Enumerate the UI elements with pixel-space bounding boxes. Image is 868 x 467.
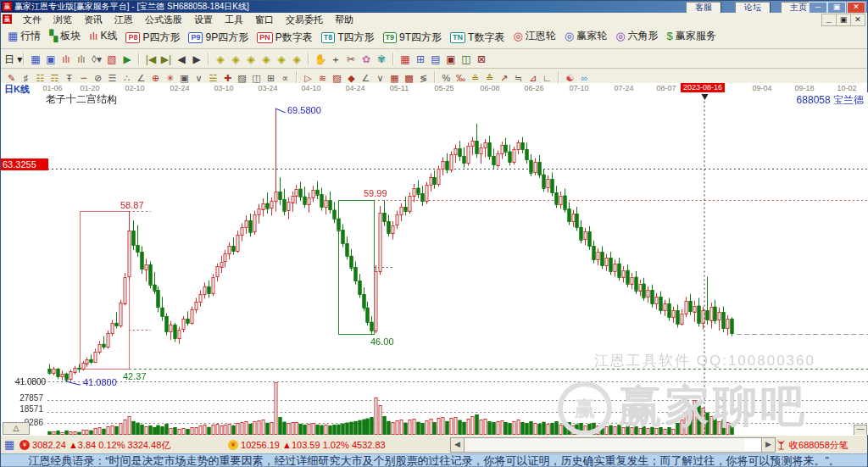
first-page-icon[interactable]: |◀	[143, 53, 159, 67]
draw-spring-icon[interactable]: ∽	[76, 72, 91, 84]
draw-grid3-icon[interactable]: ▩	[402, 72, 416, 84]
draw-box-icon[interactable]: ▣	[177, 72, 192, 84]
draw-gold-icon[interactable]: ≗	[468, 72, 482, 84]
close-button[interactable]: ✕	[847, 2, 865, 14]
infinity-icon[interactable]: ∞	[577, 72, 592, 84]
draw-pencil-icon[interactable]: ✎	[4, 72, 19, 84]
winner-service-button[interactable]: $赢家服务	[666, 29, 715, 43]
forum-button[interactable]: 论坛	[735, 2, 771, 14]
notepad-icon[interactable]: ▤	[428, 53, 443, 67]
draw-circle-icon[interactable]: ⊕	[148, 72, 163, 84]
menu-item-1[interactable]: 浏览	[47, 13, 78, 26]
draw-level-icon[interactable]: ≙	[482, 72, 497, 84]
save-icon[interactable]: ▣	[443, 53, 459, 67]
menu-item-4[interactable]: 公式选股	[139, 13, 188, 26]
menu-item-2[interactable]: 资讯	[78, 13, 108, 26]
prev-bar-icon[interactable]: ◀	[174, 53, 189, 67]
draw-fan-icon[interactable]: ∝	[278, 72, 292, 84]
menu-item-0[interactable]: 文件	[17, 13, 47, 26]
winner-wheel-button[interactable]: ◎赢家轮	[565, 29, 607, 43]
calendar-icon[interactable]: ▦	[398, 53, 413, 67]
draw-cross-icon[interactable]: ✚	[220, 72, 235, 84]
gann-diamond-5-icon[interactable]: ◈	[274, 53, 289, 67]
scroll-right-icon[interactable]: ▶	[761, 438, 775, 452]
t-square-button[interactable]: T8T四方形	[321, 31, 375, 45]
last-page-icon[interactable]: ▶|	[159, 53, 174, 67]
draw-trigram3-icon[interactable]: ☱	[206, 72, 220, 84]
drag-hand-icon[interactable]: ✋	[313, 53, 328, 67]
draw-speed-icon[interactable]: ⊿	[526, 72, 540, 84]
period-daily-dropdown[interactable]: 日 ▾	[4, 53, 19, 67]
draw-diamond-icon[interactable]: ◆	[344, 72, 359, 84]
draw-wave-icon[interactable]: ∨	[192, 72, 206, 84]
draw-grid-icon[interactable]: ♯	[19, 72, 33, 84]
quote-button[interactable]: ▦行情	[8, 29, 41, 43]
draw-trend-icon[interactable]: ↗	[497, 72, 511, 84]
menu-item-8[interactable]: 交易委托	[280, 13, 329, 26]
data-move-icon[interactable]: ⊠	[474, 53, 489, 67]
kline-style2-icon[interactable]: ılı	[74, 53, 89, 67]
menu-item-6[interactable]: 工具	[219, 13, 249, 26]
draw-dots-icon[interactable]: ∴	[120, 72, 134, 84]
customer-service-button[interactable]: 客服	[686, 2, 721, 14]
draw-shade-icon[interactable]: ▨	[330, 72, 344, 84]
hexagon-button[interactable]: ◎六角形	[615, 29, 658, 43]
draw-table-icon[interactable]: ⊞	[264, 72, 278, 84]
gann-diamond-1-icon[interactable]: ◈	[213, 53, 228, 67]
horizontal-scrollbar[interactable]: ◀ ▶	[450, 437, 776, 453]
gann-diamond-6-icon[interactable]: ◈	[289, 53, 304, 67]
p-square-button[interactable]: P8P四方形	[125, 31, 180, 45]
nine-t-square-button[interactable]: T99T四方形	[383, 31, 442, 45]
scroll-left-icon[interactable]: ◀	[451, 438, 465, 452]
gann-wheel-button[interactable]: ◎江恩轮	[513, 29, 555, 43]
draw-radiant-icon[interactable]: ✳	[163, 72, 177, 84]
range-stat-icon[interactable]: ✂	[343, 53, 359, 67]
draw-angle2-icon[interactable]: ∠	[359, 72, 373, 84]
mdi-restore-button[interactable]: ▣	[836, 14, 851, 26]
kline-chart-area[interactable]: 江恩工具软件 QQ:100800360 赢 赢家聊吧 老子十二宫结构 69.58…	[1, 92, 868, 435]
draw-hlines-icon[interactable]: ☰	[105, 72, 120, 84]
draw-vee-icon[interactable]: ∨	[373, 72, 387, 84]
gann-diamond-2-icon[interactable]: ◈	[228, 53, 243, 67]
restore-button[interactable]: ▣	[827, 2, 846, 14]
export-icon[interactable]: ◫	[459, 53, 474, 67]
sz-index-icon[interactable]: ¥	[228, 440, 238, 450]
draw-ratio-icon[interactable]: %	[439, 72, 453, 84]
window-layout-icon[interactable]: ▦	[28, 53, 43, 67]
menu-item-3[interactable]: 江恩	[108, 13, 139, 26]
draw-trigram2-icon[interactable]: ☶	[47, 72, 62, 84]
t-table-button[interactable]: TNT数字表	[450, 31, 504, 45]
draw-trigram1-icon[interactable]: ☷	[33, 72, 47, 84]
sh-index-icon[interactable]: ¥	[19, 440, 30, 450]
draw-zigzag-icon[interactable]: ≶	[416, 72, 431, 84]
menu-item-7[interactable]: 窗口	[249, 13, 280, 26]
calculator-icon[interactable]: ⊞	[413, 53, 428, 67]
panel-toggle-button[interactable]: △	[3, 422, 30, 435]
kline-button[interactable]: ılıK线	[89, 29, 117, 43]
draw-waves-icon[interactable]: ≋	[315, 72, 330, 84]
sz-index-text[interactable]: 10256.19 ▲103.59 1.02% 4532.83	[241, 440, 386, 450]
draw-arrow-icon[interactable]: ▷	[301, 72, 315, 84]
overlay-kline-icon[interactable]: ▧	[104, 53, 120, 67]
p-table-button[interactable]: PNP数字表	[257, 31, 313, 45]
taiji-icon[interactable]: ☯	[563, 72, 577, 84]
mdi-minimize-button[interactable]: ＿	[821, 14, 837, 26]
next-bar-icon[interactable]: ▶	[189, 53, 204, 67]
draw-ellipse-icon[interactable]: ⊘	[91, 72, 105, 84]
scrollbar-thumb[interactable]	[465, 438, 744, 452]
draw-fib-icon[interactable]: ≒	[511, 72, 526, 84]
market-grid-icon[interactable]: ▦	[4, 436, 14, 454]
crosshair-icon[interactable]: ＋	[328, 53, 343, 67]
draw-panel-icon[interactable]: ◫	[249, 72, 264, 84]
draw-gann-line-icon[interactable]: ∟	[540, 72, 554, 84]
sh-index-text[interactable]: 3082.24 ▲3.84 0.12% 3324.48亿	[32, 440, 170, 450]
kline-style-icon[interactable]: ılı	[58, 53, 74, 67]
draw-tline-icon[interactable]: Ŧ	[62, 72, 76, 84]
line-tool-icon[interactable]: ✾	[374, 53, 389, 67]
color-arrow-icon[interactable]: ▶	[120, 53, 135, 67]
menu-item-9[interactable]: 帮助	[329, 13, 359, 26]
chip-dropdown-icon[interactable]: ◊▾	[89, 53, 104, 67]
draw-grid2-icon[interactable]: ▦	[387, 72, 402, 84]
info-panel-icon[interactable]: ▣	[43, 53, 58, 67]
minimize-button[interactable]: ─	[809, 2, 827, 14]
